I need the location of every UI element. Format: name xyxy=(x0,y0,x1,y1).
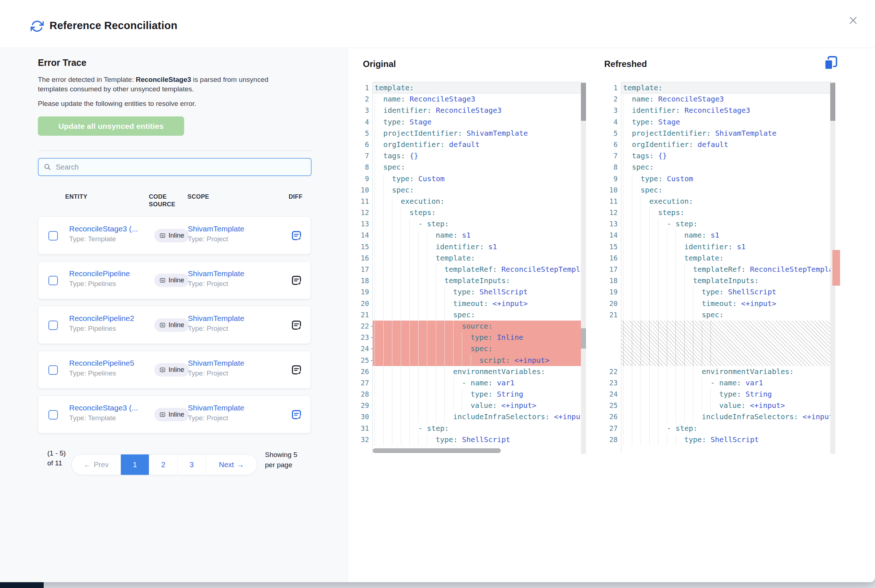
code-line: template: xyxy=(373,252,586,264)
line-number: 13 xyxy=(357,218,372,230)
code-line: name: ReconcileStage3 xyxy=(621,93,835,105)
line-number: 23— xyxy=(357,332,372,343)
entity-link[interactable]: ReconcilePipeline5 xyxy=(69,359,134,368)
line-number: 17 xyxy=(357,264,372,275)
code-source-badge: Inline xyxy=(154,408,189,422)
entity-cell: ReconcilePipeline Type: Pipelines xyxy=(69,269,130,288)
line-number: 21 xyxy=(357,309,372,321)
code-line: name: ReconcileStage3 xyxy=(373,93,586,105)
inline-source-icon xyxy=(159,322,166,328)
scope-cell: ShivamTemplate Type: Project xyxy=(188,269,244,288)
entity-table-row[interactable]: ReconcilePipeline5 Type: Pipelines Inlin… xyxy=(38,351,311,388)
entity-link[interactable]: ReconcilePipeline2 xyxy=(69,314,134,323)
line-number: 24— xyxy=(357,343,372,354)
update-all-unsynced-button[interactable]: Update all unsynced entities xyxy=(38,116,184,136)
entity-cell: ReconcileStage3 (... Type: Template xyxy=(69,404,138,422)
code-line: - name: var1 xyxy=(373,377,586,388)
inline-source-icon xyxy=(159,277,166,284)
entity-cell: ReconcileStage3 (... Type: Template xyxy=(69,225,138,243)
diff-icon[interactable] xyxy=(291,364,302,375)
line-number: 9 xyxy=(357,173,372,184)
code-line: includeInfraSelectors: <+input> xyxy=(373,411,586,423)
scope-link[interactable]: ShivamTemplate xyxy=(188,269,244,278)
line-number: 6 xyxy=(357,139,372,150)
line-number: 15 xyxy=(604,241,621,252)
scope-link[interactable]: ShivamTemplate xyxy=(188,225,244,233)
line-number: 26 xyxy=(357,366,372,377)
code-line: source: xyxy=(373,321,586,332)
line-number: 27 xyxy=(604,423,621,434)
page-button-2[interactable]: 2 xyxy=(149,454,177,475)
code-line: value: <+input> xyxy=(621,400,835,411)
entity-type-label: Type: Pipelines xyxy=(69,280,130,288)
code-source-label: Inline xyxy=(168,366,184,374)
line-number: 3 xyxy=(357,105,372,116)
page-button-1[interactable]: 1 xyxy=(120,454,149,475)
entity-table-row[interactable]: ReconcileStage3 (... Type: Template Inli… xyxy=(38,396,311,434)
removed-lines-hatch xyxy=(621,321,835,366)
code-line: - step: xyxy=(373,218,586,230)
code-source-label: Inline xyxy=(168,321,184,329)
column-header-entity: ENTITY xyxy=(65,193,87,201)
prev-page-button[interactable]: ←Prev xyxy=(72,454,120,475)
reference-reconciliation-dialog: Reference Reconciliation Error Trace The… xyxy=(0,0,875,582)
line-number: 8 xyxy=(604,162,621,173)
entity-type-label: Type: Template xyxy=(69,235,138,243)
original-vertical-scrollbar[interactable] xyxy=(581,82,586,454)
per-page-text: Showing 5 per page xyxy=(265,450,303,470)
code-line: tags: {} xyxy=(621,150,835,162)
refreshed-line-number-gutter: 1234567891011121314151617181920212223242… xyxy=(604,82,621,454)
original-code-panel: 12345678910111213141516171819202122—23—2… xyxy=(357,82,586,454)
diff-icon[interactable] xyxy=(291,409,302,420)
code-line: template: xyxy=(621,82,835,93)
scope-link[interactable]: ShivamTemplate xyxy=(188,314,244,323)
row-checkbox[interactable] xyxy=(48,321,58,330)
original-horizontal-scrollbar[interactable] xyxy=(373,448,501,453)
line-number: 10 xyxy=(357,184,372,196)
close-icon[interactable] xyxy=(848,15,858,26)
next-page-button[interactable]: Next→ xyxy=(206,454,257,475)
page-button-3[interactable]: 3 xyxy=(177,454,206,475)
diff-icon[interactable] xyxy=(291,320,302,331)
row-checkbox[interactable] xyxy=(48,276,58,285)
row-checkbox[interactable] xyxy=(48,410,58,420)
refreshed-panel-title: Refreshed xyxy=(604,59,647,69)
line-number: 7 xyxy=(604,150,621,162)
code-line: value: <+input> xyxy=(373,400,586,411)
search-input[interactable] xyxy=(55,163,306,172)
entity-link[interactable]: ReconcilePipeline xyxy=(69,269,130,278)
entity-link[interactable]: ReconcileStage3 (... xyxy=(69,404,138,412)
line-number: 24 xyxy=(604,388,621,400)
code-line: type: String xyxy=(373,388,586,400)
code-line: - step: xyxy=(621,218,835,230)
line-number: 13 xyxy=(604,218,621,230)
line-number: 29 xyxy=(357,400,372,411)
error-trace-instruction: Please update the following entities to … xyxy=(38,99,293,108)
code-source-badge: Inline xyxy=(154,318,189,332)
code-line: spec: xyxy=(373,162,586,173)
diff-icon[interactable] xyxy=(291,230,302,241)
line-number: 25— xyxy=(357,355,372,366)
arrow-left-icon: ← xyxy=(83,460,91,469)
row-checkbox[interactable] xyxy=(48,365,58,375)
scope-type-label: Type: Project xyxy=(188,414,244,422)
row-checkbox[interactable] xyxy=(48,231,58,240)
scope-link[interactable]: ShivamTemplate xyxy=(188,359,244,368)
entity-link[interactable]: ReconcileStage3 (... xyxy=(69,225,138,233)
code-line: spec: xyxy=(621,162,835,173)
line-number: 21 xyxy=(604,309,621,321)
entity-table-row[interactable]: ReconcileStage3 (... Type: Template Inli… xyxy=(38,216,311,254)
code-source-badge: Inline xyxy=(154,274,189,287)
search-icon xyxy=(44,163,51,171)
line-number: 11 xyxy=(604,196,621,207)
entity-table-row[interactable]: ReconcilePipeline Type: Pipelines Inline… xyxy=(38,261,311,299)
code-line: type: ShellScript xyxy=(621,286,835,298)
code-line: type: ShellScript xyxy=(373,434,586,446)
code-line: type: Stage xyxy=(373,116,586,128)
diff-icon[interactable] xyxy=(291,275,302,286)
code-line: template: xyxy=(373,82,586,93)
dialog-header: Reference Reconciliation xyxy=(0,0,875,48)
scope-link[interactable]: ShivamTemplate xyxy=(188,404,244,412)
entity-table-row[interactable]: ReconcilePipeline2 Type: Pipelines Inlin… xyxy=(38,306,311,344)
copy-icon[interactable] xyxy=(823,55,838,71)
